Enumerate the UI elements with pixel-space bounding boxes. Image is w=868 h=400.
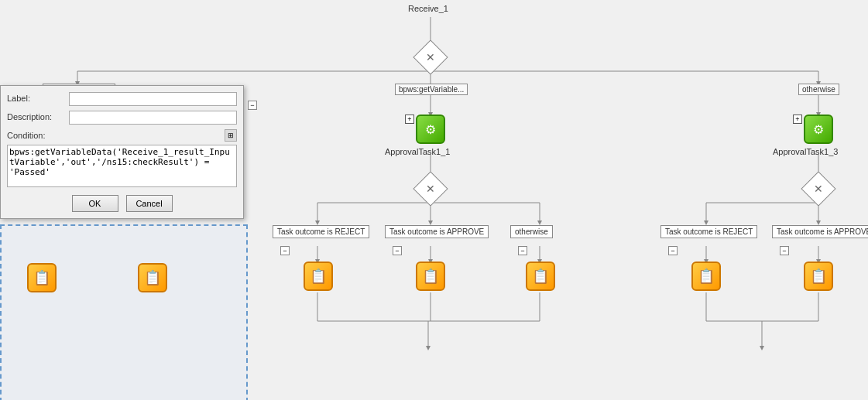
task-reject-2-node[interactable]: 📋 [691, 262, 721, 291]
collapse-btn-reject-1[interactable]: − [280, 246, 290, 255]
condition-otherwise-1[interactable]: otherwise [510, 225, 553, 238]
condition-approve-1[interactable]: Task outcome is APPROVE [385, 225, 489, 238]
task-left-2[interactable]: 📋 [138, 263, 167, 292]
condition-dialog: Label: Description: Condition: ⊞ bpws:ge… [0, 85, 244, 219]
task-approve-2-node[interactable]: 📋 [804, 262, 833, 291]
approval-task-3-label: ApprovalTask1_3 [773, 147, 838, 156]
task-approve-2-icon: 📋 [810, 268, 827, 285]
task-reject-1-icon: 📋 [310, 268, 327, 285]
expand-btn-3[interactable]: + [793, 115, 802, 124]
otherwise-top[interactable]: otherwise [798, 84, 839, 95]
receive1-label: Receive_1 [408, 4, 448, 13]
condition-reject-2[interactable]: Task outcome is REJECT [660, 225, 757, 238]
task-left-1[interactable]: 📋 [27, 263, 57, 292]
dialog-label-row: Label: [7, 92, 237, 106]
task-otherwise-1-node[interactable]: 📋 [526, 262, 555, 291]
collapse-btn-left-branch[interactable]: − [248, 101, 257, 110]
description-input[interactable] [69, 111, 237, 125]
approval-task-1-icon: ⚙ [425, 122, 436, 137]
approval-task-3[interactable]: ⚙ [804, 115, 833, 144]
task-reject-2-icon: 📋 [698, 268, 715, 285]
condition-icon-btn[interactable]: ⊞ [225, 129, 237, 142]
approval-task-3-icon: ⚙ [813, 122, 824, 137]
expand-btn-1[interactable]: + [405, 115, 414, 124]
right-gateway[interactable]: ✕ [806, 176, 831, 201]
condition-reject-1[interactable]: Task outcome is REJECT [273, 225, 369, 238]
collapse-btn-approve-1[interactable]: − [393, 246, 402, 255]
cancel-button[interactable]: Cancel [126, 195, 173, 212]
label-field-label: Label: [7, 92, 69, 103]
approval-task-1-label: ApprovalTask1_1 [385, 147, 450, 156]
selection-box [0, 224, 248, 400]
collapse-btn-approve-2[interactable]: − [780, 246, 789, 255]
collapse-btn-otherwise-1[interactable]: − [518, 246, 527, 255]
variable-box-middle[interactable]: bpws:getVariable... [395, 84, 468, 95]
dialog-buttons: OK Cancel [7, 195, 237, 212]
task-otherwise-1-icon: 📋 [532, 268, 549, 285]
condition-field-label: Condition: [7, 131, 225, 140]
approval-task-1[interactable]: ⚙ [416, 115, 445, 144]
ok-button[interactable]: OK [72, 195, 118, 212]
task-reject-1-node[interactable]: 📋 [304, 262, 333, 291]
description-field-label: Description: [7, 111, 69, 121]
task-approve-1-icon: 📋 [422, 268, 439, 285]
dialog-condition-row: Condition: ⊞ [7, 129, 237, 142]
task-left-2-icon: 📋 [144, 269, 161, 286]
label-input[interactable] [69, 92, 237, 106]
task-approve-1-node[interactable]: 📋 [416, 262, 445, 291]
top-gateway[interactable]: ✕ [418, 45, 443, 70]
dialog-description-row: Description: [7, 111, 237, 125]
condition-approve-2[interactable]: Task outcome is APPROVE [772, 225, 868, 238]
collapse-btn-reject-2[interactable]: − [668, 246, 678, 255]
task-left-1-icon: 📋 [33, 269, 50, 286]
middle-gateway[interactable]: ✕ [418, 176, 443, 201]
condition-textarea[interactable]: bpws:getVariableData('Receive_1_result_I… [7, 145, 237, 187]
